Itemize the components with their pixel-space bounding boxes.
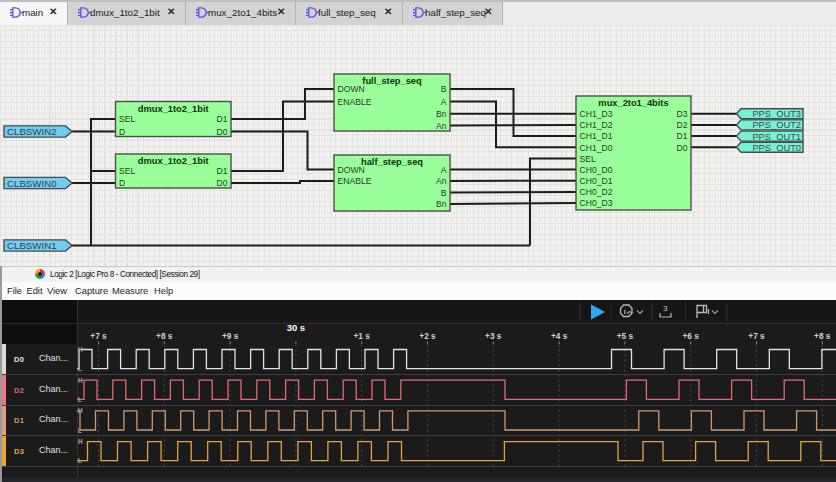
svg-text:D: D: [119, 127, 125, 137]
svg-text:A: A: [441, 97, 447, 107]
svg-text:CH1_D0: CH1_D0: [580, 143, 613, 153]
svg-text:Bn: Bn: [436, 199, 447, 209]
svg-text:+8 s: +8 s: [814, 331, 831, 341]
svg-text:CH1_D1: CH1_D1: [580, 131, 613, 141]
svg-text:H: H: [78, 438, 83, 445]
svg-text:+4 s: +4 s: [551, 331, 568, 341]
svg-text:An: An: [436, 121, 447, 131]
svg-text:ENABLE: ENABLE: [338, 176, 372, 186]
svg-text:dmux_1to2_1bit: dmux_1to2_1bit: [138, 104, 209, 114]
svg-text:PPS_OUT1: PPS_OUT1: [752, 132, 801, 142]
svg-text:L: L: [78, 427, 82, 434]
svg-text:DOWN: DOWN: [338, 165, 365, 175]
svg-text:D1: D1: [217, 166, 228, 176]
svg-text:CLBSWIN2: CLBSWIN2: [7, 126, 57, 137]
svg-text:CH1_D3: CH1_D3: [580, 109, 613, 119]
svg-text:30 s: 30 s: [287, 322, 306, 333]
svg-text:half_step_seq: half_step_seq: [361, 157, 423, 167]
svg-text:full_step_seq: full_step_seq: [362, 76, 422, 86]
svg-text:CH1_D2: CH1_D2: [580, 120, 613, 130]
svg-text:SEL: SEL: [580, 154, 596, 164]
svg-text:+8 s: +8 s: [156, 331, 173, 341]
svg-text:PPS_OUT3: PPS_OUT3: [752, 109, 801, 119]
svg-text:dmux_1to2_1bit: dmux_1to2_1bit: [138, 156, 209, 166]
svg-text:L: L: [78, 365, 82, 372]
svg-text:Bn: Bn: [436, 109, 447, 119]
svg-text:D1: D1: [677, 131, 688, 141]
svg-text:mux_2to1_4bits: mux_2to1_4bits: [598, 98, 668, 108]
svg-text:CH0_D2: CH0_D2: [580, 187, 613, 197]
svg-text:DOWN: DOWN: [338, 84, 365, 94]
svg-text:D2: D2: [677, 120, 688, 130]
svg-text:+9 s: +9 s: [222, 331, 239, 341]
svg-text:D1: D1: [217, 114, 228, 124]
svg-text:+5 s: +5 s: [617, 331, 634, 341]
svg-text:PPS_OUT2: PPS_OUT2: [752, 120, 801, 130]
svg-text:+7 s: +7 s: [748, 331, 765, 341]
svg-text:D0: D0: [217, 127, 228, 137]
svg-text:H: H: [78, 346, 83, 353]
svg-text:CH0_D3: CH0_D3: [580, 198, 613, 208]
svg-text:3: 3: [663, 304, 668, 313]
svg-text:D3: D3: [677, 109, 688, 119]
svg-text:A: A: [441, 165, 447, 175]
svg-text:CH0_D0: CH0_D0: [580, 165, 613, 175]
svg-text:SEL: SEL: [119, 166, 135, 176]
svg-text:D0: D0: [217, 178, 228, 188]
svg-text:+3 s: +3 s: [485, 331, 502, 341]
svg-text:H: H: [78, 377, 83, 384]
svg-text:An: An: [436, 176, 447, 186]
svg-text:H: H: [78, 407, 83, 414]
svg-text:+7 s: +7 s: [90, 331, 107, 341]
svg-text:ENABLE: ENABLE: [338, 97, 372, 107]
svg-text:B: B: [441, 188, 447, 198]
svg-text:B: B: [441, 84, 447, 94]
svg-text:+2 s: +2 s: [419, 331, 436, 341]
svg-text:CH0_D1: CH0_D1: [580, 176, 613, 186]
svg-text:D0: D0: [677, 143, 688, 153]
svg-text:PPS_OUT0: PPS_OUT0: [752, 143, 801, 153]
svg-text:L: L: [78, 457, 82, 464]
svg-text:+1 s: +1 s: [354, 331, 371, 341]
svg-text:CLBSWIN1: CLBSWIN1: [7, 240, 57, 251]
svg-text:L: L: [78, 396, 82, 403]
svg-text:CLBSWIN0: CLBSWIN0: [7, 178, 57, 189]
svg-text:SEL: SEL: [119, 114, 135, 124]
svg-text:+6 s: +6 s: [683, 331, 700, 341]
svg-text:D: D: [119, 178, 125, 188]
